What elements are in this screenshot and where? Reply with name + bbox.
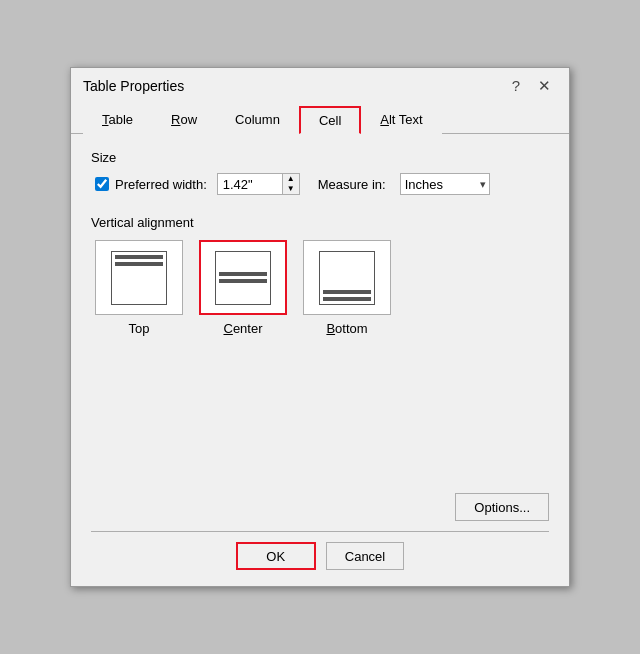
dialog-title: Table Properties xyxy=(83,78,184,94)
bottom-icon xyxy=(319,251,375,305)
alignment-center[interactable]: Center xyxy=(199,240,287,336)
ok-button[interactable]: OK xyxy=(236,542,316,570)
tab-row[interactable]: Row xyxy=(152,106,216,134)
tab-row-label: Row xyxy=(171,112,197,127)
divider xyxy=(91,531,549,532)
width-field: ▲ ▼ xyxy=(217,173,300,195)
help-button[interactable]: ? xyxy=(506,76,526,95)
alignment-options: Top Center xyxy=(91,240,549,336)
top-line2 xyxy=(115,262,163,266)
preferred-width-checkbox[interactable] xyxy=(95,177,109,191)
spinner-down[interactable]: ▼ xyxy=(283,184,299,194)
tab-bar: Table Row Column Cell Alt Text xyxy=(71,99,569,134)
center-line1 xyxy=(219,272,267,276)
dialog-buttons: OK Cancel xyxy=(91,542,549,570)
tab-column[interactable]: Column xyxy=(216,106,299,134)
options-button[interactable]: Options... xyxy=(455,493,549,521)
preferred-width-checkbox-wrapper: Preferred width: xyxy=(95,177,207,192)
alignment-bottom[interactable]: Bottom xyxy=(303,240,391,336)
alignment-center-label: Center xyxy=(223,321,262,336)
tab-cell-label: Cell xyxy=(319,113,341,128)
center-spacer2 xyxy=(219,286,267,301)
tab-column-label: Column xyxy=(235,112,280,127)
alignment-bottom-box[interactable] xyxy=(303,240,391,315)
spinner-up[interactable]: ▲ xyxy=(283,174,299,184)
center-underline: C xyxy=(223,321,232,336)
bottom-line2 xyxy=(323,297,371,301)
alignment-top-label: Top xyxy=(129,321,150,336)
top-line1 xyxy=(115,255,163,259)
tab-alt-text[interactable]: Alt Text xyxy=(361,106,441,134)
alignment-top[interactable]: Top xyxy=(95,240,183,336)
measure-select-wrapper: Inches Percent xyxy=(400,173,490,195)
bottom-line1 xyxy=(323,290,371,294)
center-line2 xyxy=(219,279,267,283)
measure-select[interactable]: Inches Percent xyxy=(400,173,490,195)
width-input[interactable] xyxy=(217,173,282,195)
tab-alt-text-label: Alt Text xyxy=(380,112,422,127)
measure-in-label: Measure in: xyxy=(318,177,386,192)
options-row: Options... xyxy=(91,493,549,521)
tab-table[interactable]: Table xyxy=(83,106,152,134)
title-bar: Table Properties ? ✕ xyxy=(71,68,569,99)
bottom-spacer xyxy=(323,255,371,287)
tab-table-label: Table xyxy=(102,112,133,127)
width-spinner: ▲ ▼ xyxy=(282,173,300,195)
preferred-width-label: Preferred width: xyxy=(115,177,207,192)
alignment-bottom-label: Bottom xyxy=(326,321,367,336)
top-icon xyxy=(111,251,167,305)
center-spacer1 xyxy=(219,255,267,270)
size-row: Preferred width: ▲ ▼ Measure in: Inches … xyxy=(91,173,549,195)
title-bar-controls: ? ✕ xyxy=(506,76,557,95)
table-properties-dialog: Table Properties ? ✕ Table Row Column Ce… xyxy=(70,67,570,587)
size-section-label: Size xyxy=(91,150,549,165)
tab-cell[interactable]: Cell xyxy=(299,106,361,134)
dialog-content: Size Preferred width: ▲ ▼ Measure in: In… xyxy=(71,134,569,483)
vertical-alignment-section: Vertical alignment Top xyxy=(91,215,549,336)
vertical-alignment-label: Vertical alignment xyxy=(91,215,549,230)
cancel-button[interactable]: Cancel xyxy=(326,542,404,570)
close-button[interactable]: ✕ xyxy=(532,76,557,95)
alignment-center-box[interactable] xyxy=(199,240,287,315)
top-spacer xyxy=(115,269,163,301)
center-icon xyxy=(215,251,271,305)
alignment-top-box[interactable] xyxy=(95,240,183,315)
bottom-underline: B xyxy=(326,321,335,336)
bottom-area: Options... OK Cancel xyxy=(71,483,569,586)
